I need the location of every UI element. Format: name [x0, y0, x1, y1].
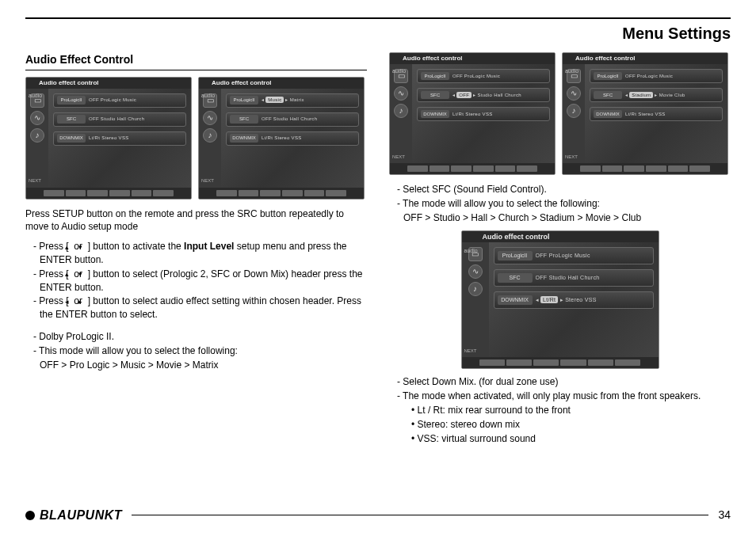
note-icon: ♪: [468, 282, 483, 296]
row-values: OFF Studio Hall Church: [262, 116, 355, 122]
row-values: ◂ Lt/Rt ▸ Stereo VSS: [536, 296, 650, 304]
wave-icon: ∿: [203, 111, 217, 125]
wave-icon: ∿: [30, 111, 44, 125]
row-values: Lt/Rt Stereo VSS: [452, 111, 546, 117]
next-label: NEXT: [565, 154, 578, 160]
next-label: NEXT: [464, 348, 477, 354]
audio-label: audio: [464, 247, 478, 255]
wave-icon: ∿: [394, 86, 408, 101]
row-label: SFC: [421, 91, 449, 99]
bold-text: Input Level: [184, 241, 234, 252]
screenshot-title: Audio effect control: [462, 231, 659, 242]
highlight: Stadium: [629, 92, 653, 98]
row-label: DOWNMIX: [594, 110, 622, 118]
note-icon: ♪: [203, 128, 217, 143]
note-icon: ♪: [567, 104, 581, 118]
list-item: - Press [ ▴ or ▾ ] button to select (Pro…: [33, 268, 367, 295]
downmix-list: - Select Down Mix. (for dual zone use) -…: [389, 375, 731, 403]
list-item: • Lt / Rt: mix rear surround to the fron…: [411, 404, 731, 417]
screenshot-4: Audio effect control audio NEXT ▭∿♪ ProL…: [562, 52, 728, 175]
row-label: SFC: [498, 273, 533, 283]
row-values: OFF ProLogic Music: [452, 73, 546, 79]
row-label: SFC: [230, 115, 258, 123]
row-label: DOWNMIX: [230, 134, 258, 142]
section-title: Audio Effect Control: [25, 52, 367, 70]
footer-line: [132, 515, 708, 515]
row-label: ProLogicII: [498, 251, 533, 260]
instruction-list: - Press [ ▴ or ▾ ] button to activate th…: [25, 240, 367, 321]
row-values: ◂ OFF ▸ Studio Hall Church: [452, 92, 546, 98]
sfc-values: OFF > Studio > Hall > Church > Stadium >…: [389, 211, 731, 225]
list-item: - The mode will allow you to select the …: [397, 197, 731, 211]
intro-text: Press SETUP button on the remote and pre…: [25, 207, 367, 234]
highlight: Lt/Rt: [540, 296, 558, 303]
screenshot-title: Audio effect control: [199, 78, 364, 89]
row-label: ProLogicII: [230, 96, 258, 104]
page-title: Menu Settings: [25, 22, 731, 44]
list-item: - Select SFC (Sound Field Control).: [397, 183, 731, 196]
wave-icon: ∿: [468, 264, 483, 279]
screenshot-title: Audio effect control: [390, 53, 555, 64]
list-item: - The mode when activated, will only pla…: [397, 390, 731, 403]
list-item: • VSS: virtual surround sound: [411, 432, 731, 446]
row-label: DOWNMIX: [498, 295, 533, 305]
mode-list: - Dolby ProLogic II. - This mode will al…: [25, 330, 367, 358]
next-label: NEXT: [201, 177, 214, 184]
row-label: ProLogicII: [421, 72, 449, 80]
row-values: OFF ProLogic Music: [89, 97, 182, 103]
list-item: - Dolby ProLogic II.: [33, 330, 367, 344]
audio-label: audio: [392, 67, 406, 75]
brand-dot-icon: [25, 511, 35, 520]
screenshot-title: Audio effect control: [563, 53, 727, 64]
note-icon: ♪: [394, 104, 408, 118]
wave-icon: ∿: [567, 86, 581, 101]
screenshot-2: Audio effect control audio NEXT ▭∿♪ ProL…: [198, 77, 365, 200]
list-item: • Stereo: stereo down mix: [411, 418, 731, 432]
sfc-list: - Select SFC (Sound Field Control). - Th…: [389, 183, 731, 211]
note-icon: ♪: [30, 128, 44, 143]
screenshot-title: Audio effect control: [26, 78, 191, 89]
audio-label: audio: [201, 92, 215, 100]
highlight: Music: [265, 97, 284, 103]
row-values: Lt/Rt Stereo VSS: [625, 111, 719, 117]
row-values: OFF ProLogic Music: [536, 252, 650, 260]
audio-label: audio: [29, 92, 42, 100]
list-item: - This mode will allow you to select the…: [33, 344, 367, 358]
bullet-list: • Lt / Rt: mix rear surround to the fron…: [389, 404, 731, 445]
screenshot-5: Audio effect control audio NEXT ▭∿♪ ProL…: [461, 230, 659, 369]
list-item: - Press [ ▴ or ▾ ] button to activate th…: [33, 240, 367, 267]
row-values: OFF ProLogic Music: [625, 73, 719, 79]
row-values: Lt/Rt Stereo VSS: [89, 135, 182, 141]
row-label: DOWNMIX: [57, 134, 86, 142]
list-item: - Press [ ◂ or ▸ ] button to select audi…: [33, 295, 367, 321]
row-label: ProLogicII: [57, 96, 86, 104]
left-column: Audio Effect Control Audio effect contro…: [25, 52, 367, 446]
right-column: Audio effect control audio NEXT ▭∿♪ ProL…: [389, 52, 731, 446]
next-label: NEXT: [392, 154, 405, 160]
row-values: ◂ Music ▸ Matrix: [262, 97, 355, 103]
row-label: SFC: [594, 91, 622, 99]
row-label: SFC: [57, 115, 86, 123]
page-number: 34: [718, 508, 731, 523]
row-values: ◂ Stadium ▸ Movie Club: [625, 92, 719, 98]
brand-text: BLAUPUNKT: [40, 507, 122, 524]
row-values: Lt/Rt Stereo VSS: [262, 135, 355, 141]
brand-logo: BLAUPUNKT: [25, 507, 122, 524]
audio-label: audio: [565, 67, 578, 75]
row-values: OFF Studio Hall Church: [89, 116, 182, 122]
row-label: ProLogicII: [594, 72, 622, 80]
footer: BLAUPUNKT 34: [25, 507, 731, 524]
screenshot-1: Audio effect control audio NEXT ▭∿♪ ProL…: [25, 77, 192, 200]
row-label: DOWNMIX: [421, 110, 449, 118]
mode-values: OFF > Pro Logic > Music > Movie > Matrix: [25, 359, 367, 372]
highlight: OFF: [456, 92, 472, 98]
screenshot-3: Audio effect control audio NEXT ▭∿♪ ProL…: [389, 52, 556, 175]
next-label: NEXT: [29, 177, 41, 184]
list-item: - Select Down Mix. (for dual zone use): [397, 375, 731, 389]
row-values: OFF Studio Hall Church: [536, 274, 650, 282]
